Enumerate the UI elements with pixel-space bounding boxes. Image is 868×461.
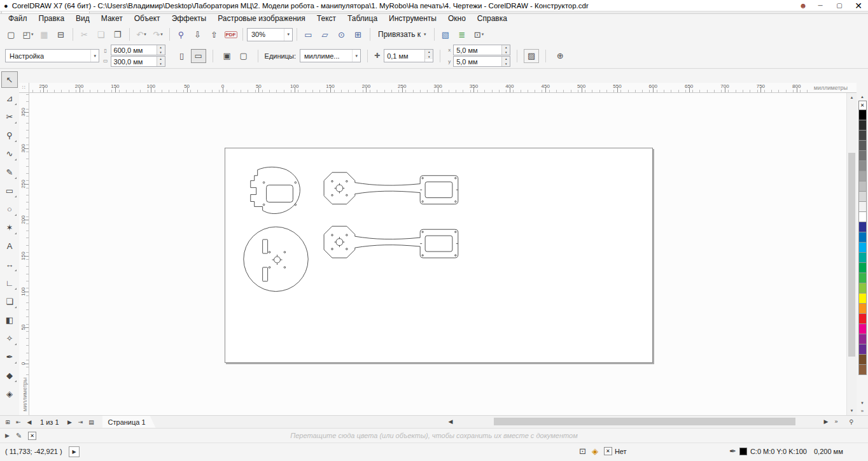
user-account-icon[interactable]: ☻ [795, 1, 811, 10]
swatch-purple[interactable] [858, 334, 867, 344]
scroll-right-icon[interactable]: ▶ [821, 416, 831, 427]
previous-page-button[interactable]: ◀ [24, 417, 34, 427]
next-page-button[interactable]: ▶ [65, 417, 75, 427]
scroll-down-icon[interactable]: ▼ [847, 406, 857, 415]
maximize-button[interactable]: ▢ [830, 0, 849, 11]
text-tool[interactable]: А [1, 238, 18, 254]
application-launcher-button[interactable]: ≣ [455, 27, 470, 42]
freehand-tool[interactable]: ∿ [1, 145, 18, 162]
swatch-violet[interactable] [858, 344, 867, 355]
zoom-to-page-button[interactable]: ⚲ [846, 416, 857, 427]
spin-down-icon[interactable]: ▾ [425, 55, 433, 60]
last-page-button[interactable]: ⇥ [76, 417, 86, 427]
swatch-red[interactable] [858, 313, 867, 324]
spin-down-icon[interactable]: ▾ [502, 50, 510, 55]
open-button[interactable]: ◰▾ [20, 27, 36, 42]
menu-table[interactable]: Таблица [342, 12, 383, 25]
swatch-brown[interactable] [858, 354, 867, 365]
swatch-blue[interactable] [858, 222, 867, 232]
apply-size-current-page-button[interactable]: ▢ [236, 49, 251, 63]
palette-scroll-down-icon[interactable]: ▼ [857, 399, 868, 407]
swatch-gray-10[interactable] [858, 201, 867, 212]
swatch-gray-90[interactable] [858, 120, 867, 131]
chevron-down-icon[interactable]: ▾ [352, 50, 360, 62]
spin-up-icon[interactable]: ▴ [425, 50, 433, 55]
swatch-green[interactable] [858, 262, 867, 273]
spin-up-icon[interactable]: ▴ [502, 57, 510, 62]
outline-pen-tool[interactable]: ✒ [1, 348, 18, 365]
spin-down-icon[interactable]: ▾ [157, 62, 165, 67]
nudge-offset-field[interactable]: 0,1 мм ▴▾ [384, 49, 433, 62]
cut-button[interactable]: ✂ [77, 27, 92, 42]
new-document-button[interactable]: ▢ [4, 27, 19, 42]
swatch-yellow-green[interactable] [858, 283, 867, 294]
palette-expand-icon[interactable]: » [857, 407, 868, 415]
swatch-spring-green[interactable] [858, 273, 867, 283]
snap-to-dropdown[interactable]: Привязать к ▾ [374, 30, 430, 39]
vertical-scrollbar-thumb[interactable] [848, 153, 855, 357]
show-grid-button[interactable]: ⊙ [334, 27, 349, 42]
color-drag-pen-icon[interactable]: ✎ [16, 432, 22, 440]
swatch-white[interactable] [858, 211, 867, 222]
outline-color-swatch[interactable] [739, 448, 747, 455]
shape-tool[interactable]: ⊿ [1, 90, 18, 106]
page-tab[interactable]: Страница 1 [102, 416, 156, 428]
spin-down-icon[interactable]: ▾ [502, 62, 510, 67]
vertical-ruler[interactable]: 350300250200150100500 миллиметры [19, 93, 29, 415]
arm-part-drawing-bottom[interactable] [324, 226, 458, 258]
polygon-tool[interactable]: ✶ [1, 219, 18, 236]
copy-button[interactable]: ❏ [94, 27, 109, 42]
display-color-profile-icon[interactable]: ⊡ [579, 446, 586, 456]
menu-window[interactable]: Окно [442, 12, 472, 25]
spin-down-icon[interactable]: ▾ [157, 50, 165, 55]
menu-layout[interactable]: Макет [95, 12, 129, 25]
options-button[interactable]: ▧ [438, 27, 454, 42]
swatch-gray-30[interactable] [858, 181, 867, 192]
document-page[interactable] [225, 148, 653, 363]
units-combo[interactable]: миллиме... ▾ [300, 49, 361, 62]
menu-object[interactable]: Объект [129, 12, 166, 25]
page-height-field[interactable]: 300,0 мм ▴▾ [111, 56, 165, 67]
workspace-button[interactable]: ⊡▾ [472, 27, 487, 42]
publish-pdf-button[interactable]: PDF [223, 27, 239, 42]
swatch-sky-blue[interactable] [858, 232, 867, 243]
minimize-button[interactable]: ─ [811, 0, 830, 11]
transparency-tool[interactable]: ◧ [1, 311, 18, 328]
spin-up-icon[interactable]: ▴ [157, 57, 165, 62]
menu-file[interactable]: Файл [3, 12, 33, 25]
save-button[interactable]: ▦ [37, 27, 52, 42]
swatch-orange[interactable] [858, 303, 867, 314]
scroll-left-icon[interactable]: ◀ [445, 416, 456, 427]
ruler-origin-corner[interactable]: ∷ [19, 83, 29, 93]
fullscreen-preview-button[interactable]: ▭ [301, 27, 316, 42]
swatch-gray-80[interactable] [858, 130, 867, 141]
add-page-button[interactable]: ⊞ [3, 417, 13, 427]
chevron-down-icon[interactable]: ▾ [90, 50, 99, 62]
dimension-tool[interactable]: ↔ [1, 256, 18, 273]
portrait-orientation-button[interactable]: ▯ [174, 49, 190, 63]
menu-view[interactable]: Вид [70, 12, 95, 25]
outline-pen-icon[interactable]: ✒ [729, 446, 736, 456]
drawing-canvas[interactable] [29, 93, 846, 415]
zoom-tool[interactable]: ⚲ [1, 127, 18, 143]
palette-scroll-up-icon[interactable]: ▲ [857, 93, 868, 101]
horizontal-scrollbar-thumb[interactable] [494, 418, 795, 425]
swatch-gray-60[interactable] [858, 150, 867, 161]
menu-text[interactable]: Текст [311, 12, 342, 25]
show-guidelines-button[interactable]: ⊞ [351, 27, 366, 42]
artistic-media-tool[interactable]: ✎ [1, 164, 18, 180]
duplicate-distance-y-field[interactable]: 5,0 мм ▴▾ [453, 56, 510, 67]
duplicate-distance-x-field[interactable]: 5,0 мм ▴▾ [453, 45, 510, 55]
drop-shadow-tool[interactable]: ❏ [1, 293, 18, 309]
menu-tools[interactable]: Инструменты [383, 12, 442, 25]
swatch-black[interactable] [858, 110, 867, 120]
horizontal-scrollbar[interactable]: ◀ ▶ » [445, 416, 841, 427]
swatch-cyan[interactable] [858, 242, 867, 253]
horizontal-scrollbar-track[interactable] [456, 417, 821, 426]
redo-button[interactable]: ↷▾ [150, 27, 165, 42]
connector-tool[interactable]: ∟ [1, 274, 18, 291]
spin-up-icon[interactable]: ▴ [502, 45, 510, 50]
chevron-down-icon[interactable]: ▾ [284, 29, 292, 41]
no-color-swatch[interactable]: ✕ [858, 101, 867, 110]
proof-colors-icon[interactable]: ◈ [592, 446, 598, 456]
